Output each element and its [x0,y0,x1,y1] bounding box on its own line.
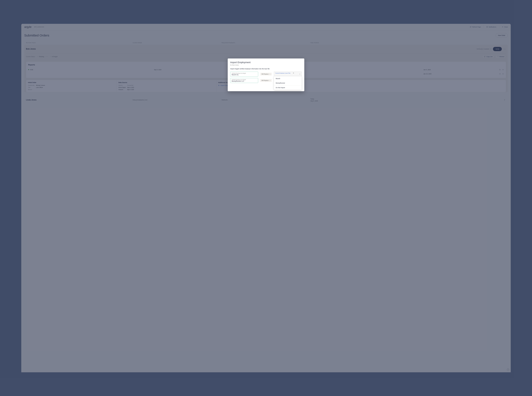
will-replace-badge: Will Replace [260,73,272,76]
modal-overlay[interactable]: Import Employment for Bob Jones Import A… [0,0,532,396]
cursor-icon [293,72,294,74]
caret-up-icon [299,73,300,75]
will-replace-badge: Will Replace [260,79,272,82]
modal-instruction: Import Argyle-verified employer informat… [230,68,302,70]
modal-title: Import Employment [230,61,302,64]
arrow-right-icon [269,73,271,75]
verified-employer-box: Verified Employer by Argyle MoneyRunner … [230,78,258,83]
verified-employer-box: Verified Employer by Argyle Munch Inc. [230,72,258,76]
dropdown-menu: Munch MoneyRunner Do Not Import [274,76,302,90]
dropdown-option[interactable]: Munch [274,76,302,81]
import-employment-modal: Import Employment for Bob Jones Import A… [228,58,304,91]
dropdown-option[interactable]: MoneyRunner [274,81,302,85]
arrow-right-icon [269,80,271,81]
modal-subtitle: for Bob Jones [230,64,302,66]
dropdown-option-do-not-import[interactable]: Do Not Import [274,85,302,90]
import-row: Verified Employer by Argyle Munch Inc. W… [230,71,302,76]
current-employer-dropdown[interactable]: Current Employer (Loan File) Munch Money… [274,71,302,76]
